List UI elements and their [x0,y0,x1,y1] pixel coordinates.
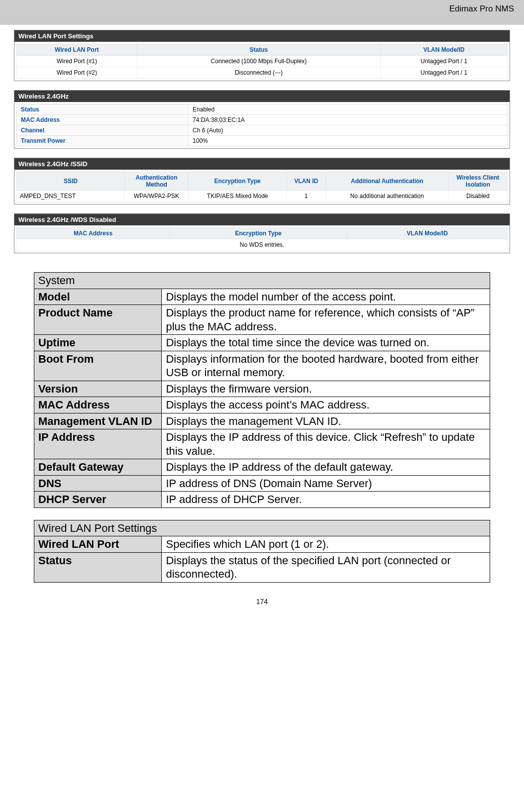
cell-auth: WPA/WPA2-PSK [124,191,188,202]
wireless-24-panel-title: Wireless 2.4GHz [14,90,510,102]
doc-label: MAC Address [34,397,162,413]
col-addauth: Additional Authentication [326,172,449,191]
col-vlan: VLAN Mode/ID [347,228,508,239]
doc-row: Boot FromDisplays information for the bo… [34,351,490,381]
doc-row: DNSIP address of DNS (Domain Name Server… [34,475,490,492]
col-ssid: SSID [17,172,125,191]
table-header-row: MAC Address Encryption Type VLAN Mode/ID [17,228,508,239]
doc-row: DHCP ServerIP address of DHCP Server. [34,492,490,508]
doc-desc: Displays the model number of the access … [162,289,490,305]
col-auth: Authentication Method [124,172,188,191]
wired-lan-panel-title: Wired LAN Port Settings [14,30,510,42]
wireless-ssid-table: SSID Authentication Method Encryption Ty… [16,172,508,202]
col-wired-port: Wired LAN Port [17,44,137,56]
kv-row: Channel Ch 6 (Auto) [17,125,508,136]
doc-label: DNS [34,475,162,492]
doc-desc: IP address of DHCP Server. [162,492,490,508]
kv-label: Status [17,104,189,115]
doc-row: Wired LAN PortSpecifies which LAN port (… [34,536,490,553]
wired-lan-panel: Wired LAN Port Status VLAN Mode/ID Wired… [14,42,510,81]
doc-row: VersionDisplays the firmware version. [34,381,490,397]
wired-lan-doc-table: Wired LAN Port Settings Wired LAN PortSp… [34,520,490,583]
kv-row: MAC Address 74:DA:38:03:EC:1A [17,115,508,125]
header-title: Edimax Pro NMS [449,4,514,13]
doc-label: Model [34,289,162,305]
cell-vlan: Untagged Port / 1 [381,67,508,79]
col-mac: MAC Address [17,228,170,239]
cell-vlan: 1 [287,191,326,202]
wireless-ssid-panel-title: Wireless 2.4GHz /SSID [14,158,510,170]
kv-label: Transmit Power [17,136,189,146]
kv-row: Transmit Power 100% [17,136,508,146]
page-header: Edimax Pro NMS [0,0,524,25]
doc-row: ModelDisplays the model number of the ac… [34,289,490,305]
wired-lan-table: Wired LAN Port Status VLAN Mode/ID Wired… [16,44,508,79]
doc-desc: IP address of DNS (Domain Name Server) [162,475,490,492]
table-row: AMPED_DNS_TEST WPA/WPA2-PSK TKIP/AES Mix… [17,191,508,202]
kv-value: 74:DA:38:03:EC:1A [189,115,508,125]
doc-label: Wired LAN Port [34,536,162,553]
cell-enc: TKIP/AES Mixed Mode [189,191,287,202]
doc-row: MAC AddressDisplays the access point’s M… [34,397,490,413]
kv-row: Status Enabled [17,104,508,115]
doc-row: IP AddressDisplays the IP address of thi… [34,429,490,459]
section-heading: Wired LAN Port Settings [34,520,490,536]
cell-addauth: No additional authentication [326,191,449,202]
document-body: System ModelDisplays the model number of… [0,262,524,583]
table-row: No WDS entries. [17,239,508,251]
kv-value: Enabled [189,104,508,115]
kv-label: MAC Address [17,115,189,125]
doc-desc: Displays the total time since the device… [162,335,490,351]
doc-label: DHCP Server [34,492,162,508]
doc-desc: Displays the management VLAN ID. [162,413,490,429]
doc-row: Product NameDisplays the product name fo… [34,305,490,335]
doc-label: Status [34,552,162,582]
wireless-ssid-panel: SSID Authentication Method Encryption Ty… [14,170,510,204]
table-header-row: SSID Authentication Method Encryption Ty… [17,172,508,191]
col-status: Status [137,44,381,56]
kv-value: 100% [189,136,508,146]
section-heading: System [34,273,490,289]
col-enc: Encryption Type [169,228,347,239]
table-row: Wired Port (#2) Disconnected (---) Untag… [17,67,508,79]
cell-ssid: AMPED_DNS_TEST [17,191,125,202]
doc-label: Boot From [34,351,162,381]
kv-value: Ch 6 (Auto) [189,125,508,136]
doc-desc: Displays the IP address of this device. … [162,429,490,459]
col-iso: Wireless Client Isolation [448,172,507,191]
col-enc: Encryption Type [189,172,287,191]
cell-status: Disconnected (---) [137,67,381,79]
table-row: Wired Port (#1) Connected (1000 Mbps Ful… [17,56,508,67]
page-number: 174 [0,595,524,611]
doc-label: Uptime [34,335,162,351]
doc-row: StatusDisplays the status of the specifi… [34,552,490,582]
wds-panel-title: Wireless 2.4GHz /WDS Disabled [14,213,510,225]
doc-row: Management VLAN IDDisplays the managemen… [34,413,490,429]
wds-panel: MAC Address Encryption Type VLAN Mode/ID… [14,225,510,253]
cell-vlan: Untagged Port / 1 [381,56,508,67]
doc-row: Default GatewayDisplays the IP address o… [34,459,490,476]
doc-desc: Displays the product name for reference,… [162,305,490,335]
cell-iso: Disabled [448,191,507,202]
doc-label: Management VLAN ID [34,413,162,429]
doc-desc: Displays the status of the specified LAN… [162,552,490,582]
kv-label: Channel [17,125,189,136]
screenshot-region: Wired LAN Port Settings Wired LAN Port S… [0,25,524,253]
cell-port: Wired Port (#2) [17,67,137,79]
doc-desc: Specifies which LAN port (1 or 2). [162,536,490,553]
cell-port: Wired Port (#1) [17,56,137,67]
table-header-row: Wired LAN Port Status VLAN Mode/ID [17,44,508,56]
doc-label: Version [34,381,162,397]
doc-desc: Displays information for the booted hard… [162,351,490,381]
doc-label: IP Address [34,429,162,459]
doc-label: Product Name [34,305,162,335]
cell-status: Connected (1000 Mbps Full-Duplex) [137,56,381,67]
doc-label: Default Gateway [34,459,162,476]
wds-table: MAC Address Encryption Type VLAN Mode/ID… [16,227,508,251]
wds-empty: No WDS entries. [17,239,508,251]
wireless-24-kv-table: Status Enabled MAC Address 74:DA:38:03:E… [16,104,508,146]
doc-desc: Displays the access point’s MAC address. [162,397,490,413]
doc-row: UptimeDisplays the total time since the … [34,335,490,351]
system-doc-table: System ModelDisplays the model number of… [34,272,490,508]
doc-desc: Displays the firmware version. [162,381,490,397]
